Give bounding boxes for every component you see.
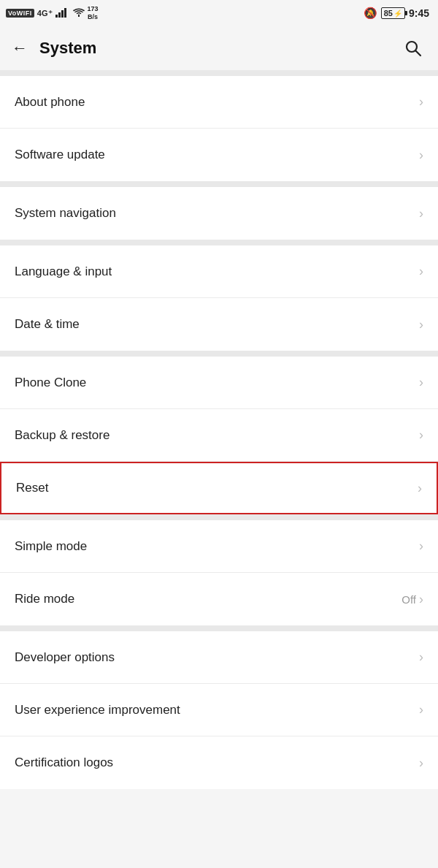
group-divider-5 xyxy=(0,625,438,631)
menu-item-system-navigation[interactable]: System navigation› xyxy=(0,187,438,240)
menu-item-right-user-experience: › xyxy=(419,702,423,717)
menu-item-simple-mode[interactable]: Simple mode› xyxy=(0,520,438,573)
search-icon xyxy=(404,39,423,58)
battery-level: 85 xyxy=(384,9,393,18)
menu-item-right-system-navigation: › xyxy=(419,206,423,221)
group-divider-4 xyxy=(0,514,438,520)
menu-group-group4: Phone Clone›Backup & restore›Reset› xyxy=(0,357,438,514)
signal-indicator: 4G⁺ xyxy=(37,9,53,18)
menu-item-label-user-experience: User experience improvement xyxy=(15,703,180,717)
menu-item-language-input[interactable]: Language & input› xyxy=(0,245,438,298)
menu-group-group5: Simple mode›Ride modeOff› xyxy=(0,520,438,625)
menu-item-label-date-time: Date & time xyxy=(15,317,80,332)
menu-item-right-phone-clone: › xyxy=(419,375,423,390)
chevron-icon-user-experience: › xyxy=(419,702,423,717)
chevron-icon-system-navigation: › xyxy=(419,206,423,221)
menu-item-label-simple-mode: Simple mode xyxy=(15,539,87,554)
menu-item-label-reset: Reset xyxy=(16,481,48,495)
group-divider-3 xyxy=(0,351,438,357)
menu-item-label-certification-logos: Certification logos xyxy=(15,755,113,770)
chevron-icon-phone-clone: › xyxy=(419,375,423,390)
status-left: VoWIFI 4G⁺ 173 B/s xyxy=(6,5,99,21)
signal-bars xyxy=(55,7,70,19)
menu-item-right-language-input: › xyxy=(419,264,423,279)
menu-item-value-ride-mode: Off xyxy=(402,593,416,606)
menu-item-developer-options[interactable]: Developer options› xyxy=(0,631,438,684)
menu-item-right-about-phone: › xyxy=(419,94,423,110)
page-title: System xyxy=(39,39,96,58)
svg-rect-2 xyxy=(61,10,64,18)
chevron-icon-date-time: › xyxy=(419,317,423,332)
menu-item-label-phone-clone: Phone Clone xyxy=(15,376,86,390)
menu-group-group1: About phone›Software update› xyxy=(0,76,438,181)
menu-group-group2: System navigation› xyxy=(0,187,438,240)
menu-item-right-software-update: › xyxy=(419,148,423,163)
chevron-icon-simple-mode: › xyxy=(419,538,423,554)
menu-group-group6: Developer options›User experience improv… xyxy=(0,631,438,789)
menu-container: About phone›Software update›System navig… xyxy=(0,70,438,789)
menu-item-date-time[interactable]: Date & time› xyxy=(0,298,438,351)
wifi-icon xyxy=(73,8,85,18)
header: ← System xyxy=(0,26,438,70)
menu-item-label-developer-options: Developer options xyxy=(15,650,115,665)
chevron-icon-language-input: › xyxy=(419,264,423,279)
clock: 9:45 xyxy=(409,7,429,19)
menu-item-right-developer-options: › xyxy=(419,650,423,665)
menu-item-user-experience[interactable]: User experience improvement› xyxy=(0,684,438,736)
svg-rect-1 xyxy=(58,12,61,18)
menu-item-label-language-input: Language & input xyxy=(15,264,112,279)
battery-indicator: 85 ⚡ xyxy=(381,7,405,19)
chevron-icon-backup-restore: › xyxy=(419,427,423,443)
menu-item-backup-restore[interactable]: Backup & restore› xyxy=(0,409,438,462)
chevron-icon-developer-options: › xyxy=(419,650,423,665)
menu-item-right-certification-logos: › xyxy=(419,755,423,771)
chevron-icon-software-update: › xyxy=(419,148,423,163)
status-right: 🔕 85 ⚡ 9:45 xyxy=(364,7,429,20)
chevron-icon-ride-mode: › xyxy=(419,592,423,607)
menu-item-label-software-update: Software update xyxy=(15,148,105,162)
search-button[interactable] xyxy=(400,35,426,61)
chevron-icon-certification-logos: › xyxy=(419,755,423,771)
group-divider-0 xyxy=(0,70,438,76)
svg-line-5 xyxy=(416,51,421,56)
svg-rect-0 xyxy=(55,15,58,18)
menu-item-ride-mode[interactable]: Ride modeOff› xyxy=(0,573,438,625)
menu-item-right-date-time: › xyxy=(419,317,423,332)
chevron-icon-reset: › xyxy=(418,481,422,496)
menu-item-label-system-navigation: System navigation xyxy=(15,206,116,221)
menu-item-reset[interactable]: Reset› xyxy=(0,462,438,514)
vowifi-indicator: VoWIFI xyxy=(6,9,34,18)
svg-rect-3 xyxy=(64,8,66,18)
bell-icon: 🔕 xyxy=(364,7,377,20)
menu-item-right-ride-mode: Off› xyxy=(402,592,423,607)
menu-item-label-about-phone: About phone xyxy=(15,95,85,110)
data-speed: 173 B/s xyxy=(88,5,99,21)
menu-group-group3: Language & input›Date & time› xyxy=(0,245,438,351)
menu-item-phone-clone[interactable]: Phone Clone› xyxy=(0,357,438,409)
back-button[interactable]: ← xyxy=(12,39,28,58)
menu-item-right-backup-restore: › xyxy=(419,427,423,443)
menu-item-right-reset: › xyxy=(418,481,422,496)
menu-item-about-phone[interactable]: About phone› xyxy=(0,76,438,129)
status-bar: VoWIFI 4G⁺ 173 B/s 🔕 85 ⚡ xyxy=(0,0,438,26)
menu-item-certification-logos[interactable]: Certification logos› xyxy=(0,736,438,789)
menu-item-right-simple-mode: › xyxy=(419,538,423,554)
menu-item-label-backup-restore: Backup & restore xyxy=(15,428,110,443)
menu-item-label-ride-mode: Ride mode xyxy=(15,592,74,606)
header-left: ← System xyxy=(12,39,96,58)
menu-item-software-update[interactable]: Software update› xyxy=(0,129,438,181)
group-divider-2 xyxy=(0,240,438,245)
chevron-icon-about-phone: › xyxy=(419,94,423,110)
bolt-icon: ⚡ xyxy=(393,9,402,18)
group-divider-1 xyxy=(0,181,438,187)
